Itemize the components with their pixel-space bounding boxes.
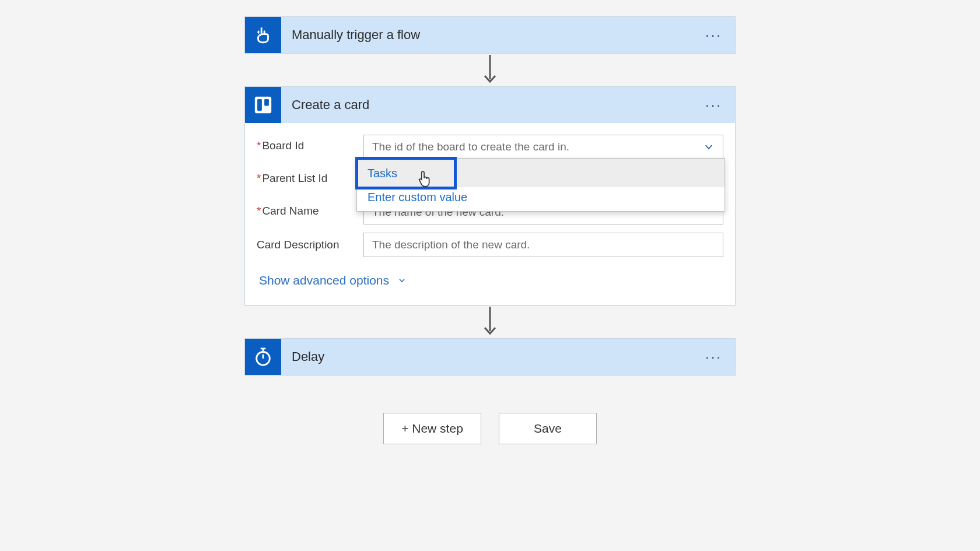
trigger-menu-icon[interactable]: ··· — [692, 27, 735, 43]
delay-menu-icon[interactable]: ··· — [692, 349, 735, 365]
dropdown-item-custom[interactable]: Enter custom value — [357, 187, 724, 211]
card-description-label: Card Description — [257, 233, 363, 251]
save-button[interactable]: Save — [499, 413, 597, 444]
card-description-input[interactable]: The description of the new card. — [363, 233, 723, 257]
manual-trigger-icon — [245, 17, 281, 53]
trigger-header[interactable]: Manually trigger a flow ··· — [245, 17, 735, 53]
chevron-down-icon — [396, 276, 408, 285]
trigger-step[interactable]: Manually trigger a flow ··· — [244, 16, 736, 54]
board-id-label: *Board Id — [257, 135, 363, 152]
card-description-row: Card Description The description of the … — [257, 233, 723, 257]
connector-arrow — [0, 306, 980, 338]
board-id-select[interactable]: The id of the board to create the card i… — [363, 135, 723, 159]
delay-step[interactable]: Delay ··· — [244, 338, 736, 375]
create-card-header[interactable]: Create a card ··· — [245, 87, 735, 123]
board-id-dropdown[interactable]: Tasks Enter custom value — [356, 158, 725, 212]
delay-title: Delay — [281, 349, 692, 364]
new-step-button[interactable]: + New step — [383, 413, 481, 444]
trello-icon — [245, 87, 281, 123]
chevron-down-icon[interactable] — [702, 142, 715, 155]
board-id-row: *Board Id The id of the board to create … — [257, 135, 723, 159]
card-description-placeholder: The description of the new card. — [372, 238, 530, 251]
svg-rect-3 — [264, 99, 269, 106]
create-card-menu-icon[interactable]: ··· — [692, 97, 735, 113]
delay-header[interactable]: Delay ··· — [245, 339, 735, 375]
create-card-title: Create a card — [281, 97, 692, 113]
footer-buttons: + New step Save — [0, 413, 980, 444]
board-id-placeholder: The id of the board to create the card i… — [372, 141, 569, 153]
create-card-body: *Board Id The id of the board to create … — [245, 123, 735, 305]
trigger-title: Manually trigger a flow — [281, 27, 692, 43]
card-name-label: *Card Name — [257, 200, 363, 217]
create-card-step[interactable]: Create a card ··· *Board Id The id of th… — [244, 86, 736, 306]
svg-point-5 — [257, 352, 270, 366]
show-advanced-toggle[interactable]: Show advanced options — [259, 273, 408, 287]
svg-rect-2 — [257, 99, 262, 111]
timer-icon — [245, 339, 281, 375]
dropdown-item-tasks[interactable]: Tasks — [357, 159, 724, 187]
parent-list-label: *Parent List Id — [257, 167, 363, 185]
connector-arrow — [0, 54, 980, 86]
